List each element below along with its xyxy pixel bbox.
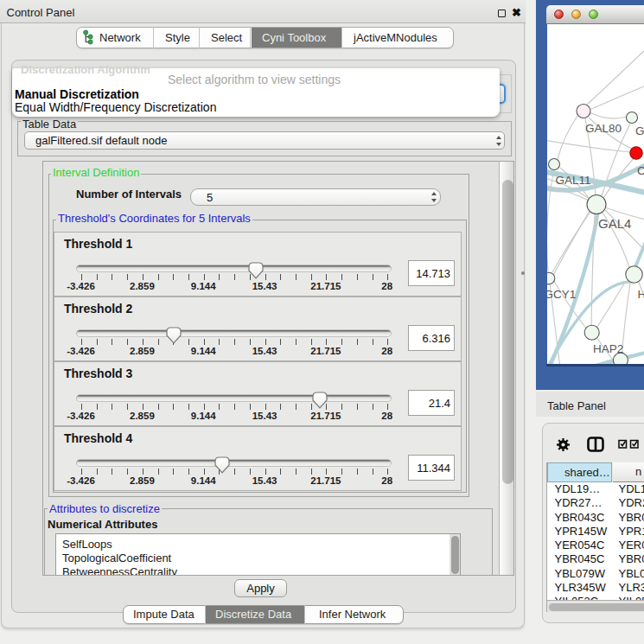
svg-text:GAL11: GAL11 — [556, 174, 591, 187]
svg-text:HA: HA — [638, 288, 644, 301]
svg-text:CY: CY — [637, 164, 644, 177]
svg-text:GCY1: GCY1 — [547, 288, 576, 301]
svg-text:GA: GA — [635, 124, 644, 137]
svg-text:HAP2: HAP2 — [593, 342, 623, 355]
svg-text:GAL80: GAL80 — [585, 122, 622, 135]
svg-text:GAL4: GAL4 — [598, 216, 631, 231]
